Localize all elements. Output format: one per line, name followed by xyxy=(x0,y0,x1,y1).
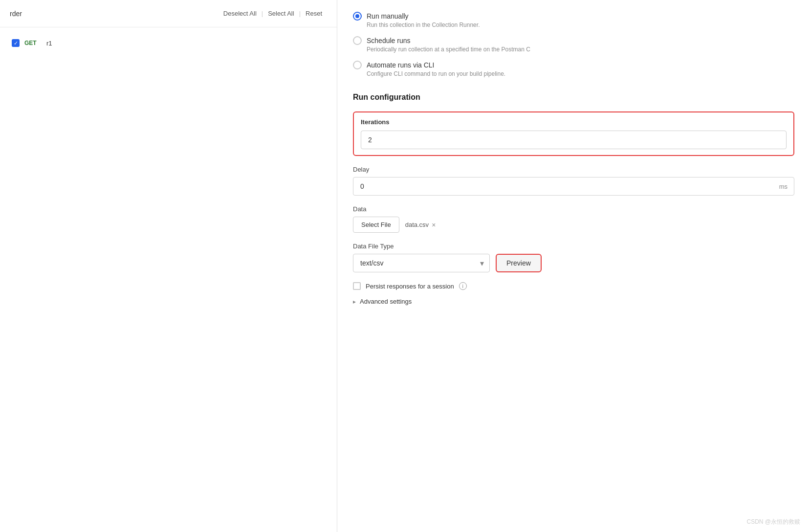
request-checkbox[interactable] xyxy=(12,39,20,47)
delay-unit: ms xyxy=(779,183,788,190)
delay-input[interactable] xyxy=(353,177,794,196)
run-mode-schedule: Schedule runs Periodically run collectio… xyxy=(353,36,794,53)
data-file-type-label: Data File Type xyxy=(353,243,794,250)
run-mode-manual-row[interactable]: Run manually xyxy=(353,12,794,21)
delay-group: Delay ms xyxy=(353,166,794,196)
header-actions: Deselect All | Select All | Reset xyxy=(219,8,327,19)
run-mode-cli-row[interactable]: Automate runs via CLI xyxy=(353,61,794,69)
request-name: r1 xyxy=(46,40,52,47)
info-icon[interactable]: i xyxy=(459,282,467,290)
run-configuration: Run configuration Iterations Delay ms Da… xyxy=(353,93,794,305)
preview-button[interactable]: Preview xyxy=(496,254,542,272)
watermark: CSDN @永恒的救赎 xyxy=(746,518,800,526)
iterations-input[interactable] xyxy=(361,131,787,149)
deselect-all-button[interactable]: Deselect All xyxy=(219,8,262,19)
radio-cli[interactable] xyxy=(353,61,362,69)
run-mode-cli-desc: Configure CLI command to run on your bui… xyxy=(353,70,794,77)
persist-row: Persist responses for a session i xyxy=(353,282,794,290)
select-all-button[interactable]: Select All xyxy=(263,8,299,19)
run-mode-schedule-label: Schedule runs xyxy=(367,37,411,44)
left-header-title: rder xyxy=(10,10,22,18)
data-filename: data.csv × xyxy=(405,221,436,229)
data-label: Data xyxy=(353,205,794,213)
run-mode-cli: Automate runs via CLI Configure CLI comm… xyxy=(353,61,794,77)
data-group: Data Select File data.csv × xyxy=(353,205,794,233)
advanced-label: Advanced settings xyxy=(360,298,412,305)
table-row: GET r1 xyxy=(10,35,327,51)
advanced-settings-row[interactable]: ▸ Advanced settings xyxy=(353,298,794,305)
delay-input-wrapper: ms xyxy=(353,177,794,196)
request-list: GET r1 xyxy=(0,27,337,59)
filename-text: data.csv xyxy=(405,221,429,228)
persist-label: Persist responses for a session xyxy=(366,283,454,290)
run-mode-cli-label: Automate runs via CLI xyxy=(367,61,435,69)
chevron-right-icon: ▸ xyxy=(353,298,356,305)
close-file-icon[interactable]: × xyxy=(432,221,436,229)
data-file-type-group: Data File Type text/csv application/json… xyxy=(353,243,794,272)
section-title: Run configuration xyxy=(353,93,794,102)
delay-label: Delay xyxy=(353,166,794,173)
data-file-type-row: text/csv application/json ▾ Preview xyxy=(353,254,794,272)
run-mode-manual: Run manually Run this collection in the … xyxy=(353,12,794,28)
method-badge: GET xyxy=(24,40,42,46)
run-mode-schedule-desc: Periodically run collection at a specifi… xyxy=(353,46,794,53)
left-panel: rder Deselect All | Select All | Reset G… xyxy=(0,0,337,532)
radio-manual[interactable] xyxy=(353,12,362,21)
run-mode-schedule-row[interactable]: Schedule runs xyxy=(353,36,794,45)
data-row: Select File data.csv × xyxy=(353,217,794,233)
run-modes: Run manually Run this collection in the … xyxy=(353,12,794,77)
select-file-button[interactable]: Select File xyxy=(353,217,399,233)
reset-button[interactable]: Reset xyxy=(301,8,327,19)
iterations-wrapper: Iterations xyxy=(353,111,794,156)
left-header: rder Deselect All | Select All | Reset xyxy=(0,0,337,27)
run-mode-manual-desc: Run this collection in the Collection Ru… xyxy=(353,22,794,28)
persist-checkbox[interactable] xyxy=(353,282,361,290)
type-select[interactable]: text/csv application/json xyxy=(353,254,490,272)
run-mode-manual-label: Run manually xyxy=(367,12,409,20)
right-panel: Run manually Run this collection in the … xyxy=(337,0,810,532)
iterations-label: Iterations xyxy=(361,118,787,126)
radio-schedule[interactable] xyxy=(353,36,362,45)
type-select-wrapper: text/csv application/json ▾ xyxy=(353,254,490,272)
